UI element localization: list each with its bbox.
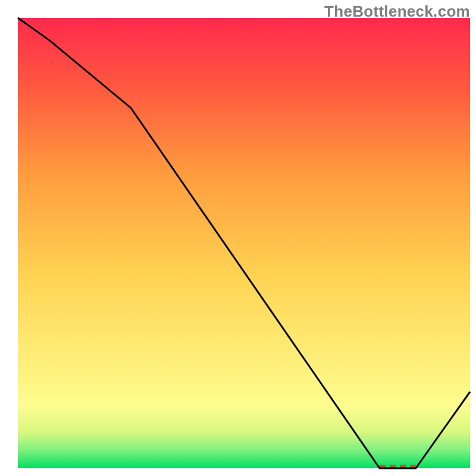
chart-stage: TheBottleneck.com (0, 0, 476, 476)
gradient-background (18, 18, 470, 468)
bottleneck-chart (0, 0, 476, 476)
